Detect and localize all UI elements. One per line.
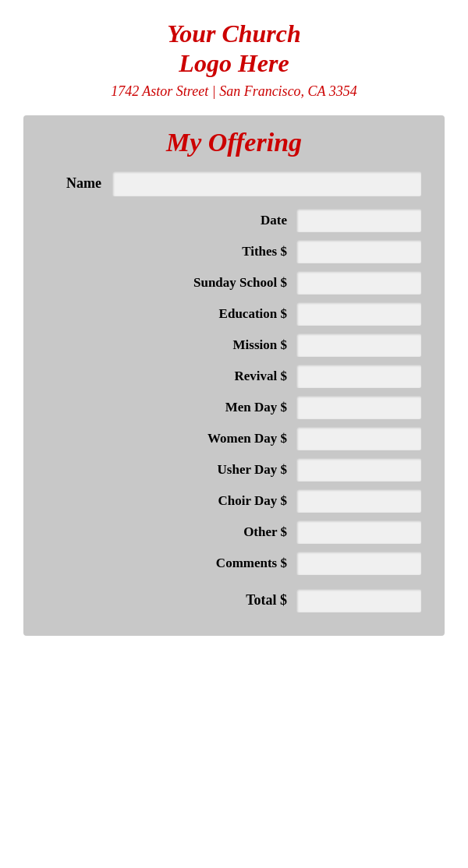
- label-other: Other $: [243, 524, 287, 540]
- total-input[interactable]: [296, 589, 421, 612]
- label-revival: Revival $: [234, 369, 287, 384]
- field-row-women-day: Women Day $: [47, 427, 421, 450]
- field-row-sunday-school: Sunday School $: [47, 271, 421, 295]
- field-row-men-day: Men Day $: [47, 396, 421, 419]
- logo-line1: Your Church: [167, 19, 301, 48]
- total-label: Total $: [246, 592, 287, 609]
- input-revival[interactable]: [296, 365, 421, 388]
- church-address: 1742 Astor Street | San Francisco, CA 33…: [16, 83, 452, 100]
- field-row-mission: Mission $: [47, 333, 421, 357]
- label-sunday-school: Sunday School $: [193, 275, 287, 291]
- field-row-education: Education $: [47, 302, 421, 326]
- input-comments[interactable]: [296, 552, 421, 575]
- label-usher-day: Usher Day $: [218, 462, 287, 478]
- header: Your Church Logo Here 1742 Astor Street …: [0, 0, 468, 108]
- total-row: Total $: [47, 589, 421, 612]
- input-other[interactable]: [296, 520, 421, 544]
- logo-line2: Logo Here: [179, 49, 289, 77]
- church-logo: Your Church Logo Here: [16, 19, 452, 79]
- offering-form: My Offering Name DateTithes $Sunday Scho…: [23, 115, 445, 636]
- name-label: Name: [47, 175, 101, 192]
- name-row: Name: [47, 171, 421, 196]
- input-tithes[interactable]: [296, 240, 421, 263]
- input-usher-day[interactable]: [296, 458, 421, 482]
- input-sunday-school[interactable]: [296, 271, 421, 295]
- input-mission[interactable]: [296, 333, 421, 357]
- label-men-day: Men Day $: [225, 400, 287, 415]
- input-date[interactable]: [296, 209, 421, 232]
- label-tithes: Tithes $: [242, 244, 287, 259]
- label-comments: Comments $: [216, 556, 287, 571]
- label-mission: Mission $: [233, 337, 287, 353]
- field-row-choir-day: Choir Day $: [47, 489, 421, 513]
- label-choir-day: Choir Day $: [218, 493, 287, 509]
- field-row-revival: Revival $: [47, 365, 421, 388]
- name-input[interactable]: [112, 171, 421, 196]
- label-women-day: Women Day $: [207, 431, 287, 446]
- field-row-tithes: Tithes $: [47, 240, 421, 263]
- input-choir-day[interactable]: [296, 489, 421, 513]
- field-row-date: Date: [47, 209, 421, 232]
- label-education: Education $: [219, 306, 287, 322]
- input-men-day[interactable]: [296, 396, 421, 419]
- form-title: My Offering: [47, 128, 421, 157]
- input-education[interactable]: [296, 302, 421, 326]
- input-women-day[interactable]: [296, 427, 421, 450]
- label-date: Date: [261, 213, 287, 228]
- field-row-usher-day: Usher Day $: [47, 458, 421, 482]
- field-row-comments: Comments $: [47, 552, 421, 575]
- field-row-other: Other $: [47, 520, 421, 544]
